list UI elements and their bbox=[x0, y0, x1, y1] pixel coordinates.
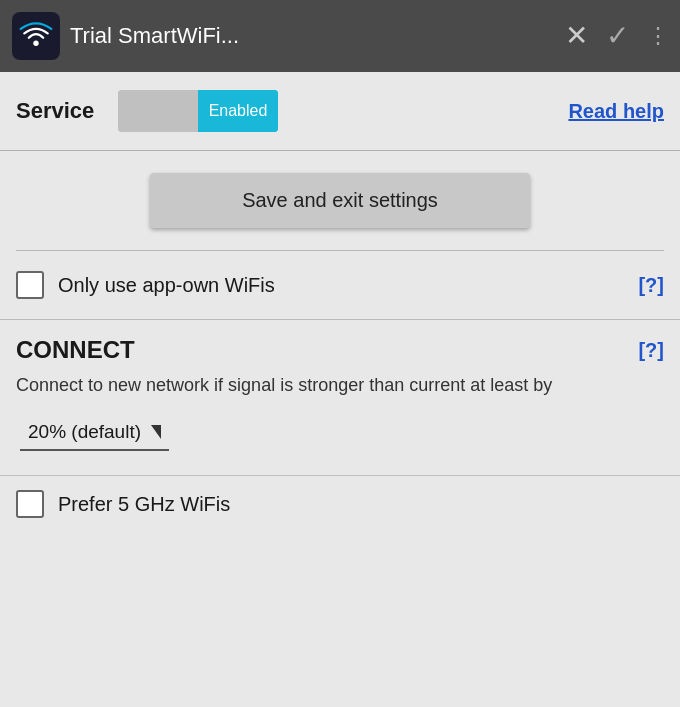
only-app-wifi-row: Only use app-own WiFis [?] bbox=[0, 251, 680, 319]
app-icon bbox=[12, 12, 60, 60]
only-app-wifi-checkbox[interactable] bbox=[16, 271, 44, 299]
save-section: Save and exit settings bbox=[0, 151, 680, 250]
save-button[interactable]: Save and exit settings bbox=[150, 173, 530, 228]
connect-title: CONNECT bbox=[16, 336, 135, 364]
title-bar: Trial SmartWiFi... ✕ ✓ ⋮ bbox=[0, 0, 680, 72]
toggle-off-side bbox=[118, 90, 198, 132]
prefer-5ghz-row: Prefer 5 GHz WiFis bbox=[0, 475, 680, 532]
service-row: Service Enabled Read help bbox=[0, 72, 680, 150]
more-options-button[interactable]: ⋮ bbox=[647, 25, 668, 47]
connect-description: Connect to new network if signal is stro… bbox=[16, 372, 664, 399]
read-help-link[interactable]: Read help bbox=[568, 100, 664, 123]
connect-help[interactable]: [?] bbox=[638, 339, 664, 362]
main-content: Service Enabled Read help Save and exit … bbox=[0, 72, 680, 532]
toggle-on-side: Enabled bbox=[198, 90, 278, 132]
confirm-button[interactable]: ✓ bbox=[606, 22, 629, 50]
service-toggle[interactable]: Enabled bbox=[118, 90, 556, 132]
svg-point-1 bbox=[33, 41, 38, 46]
close-button[interactable]: ✕ bbox=[565, 22, 588, 50]
title-actions: ✕ ✓ ⋮ bbox=[565, 22, 668, 50]
dropdown-value[interactable]: 20% (default) bbox=[20, 415, 169, 451]
only-app-wifi-label: Only use app-own WiFis bbox=[58, 274, 624, 297]
only-app-wifi-help[interactable]: [?] bbox=[638, 274, 664, 297]
signal-strength-dropdown[interactable]: 20% (default) bbox=[16, 415, 664, 451]
prefer-5ghz-checkbox[interactable] bbox=[16, 490, 44, 518]
connect-section: CONNECT [?] Connect to new network if si… bbox=[0, 320, 680, 475]
toggle-track[interactable]: Enabled bbox=[118, 90, 278, 132]
prefer-5ghz-label: Prefer 5 GHz WiFis bbox=[58, 493, 664, 516]
toggle-enabled-label: Enabled bbox=[209, 102, 268, 120]
connect-header: CONNECT [?] bbox=[16, 336, 664, 364]
dropdown-arrow-icon bbox=[151, 425, 161, 439]
service-label: Service bbox=[16, 98, 106, 124]
app-title: Trial SmartWiFi... bbox=[70, 23, 555, 49]
